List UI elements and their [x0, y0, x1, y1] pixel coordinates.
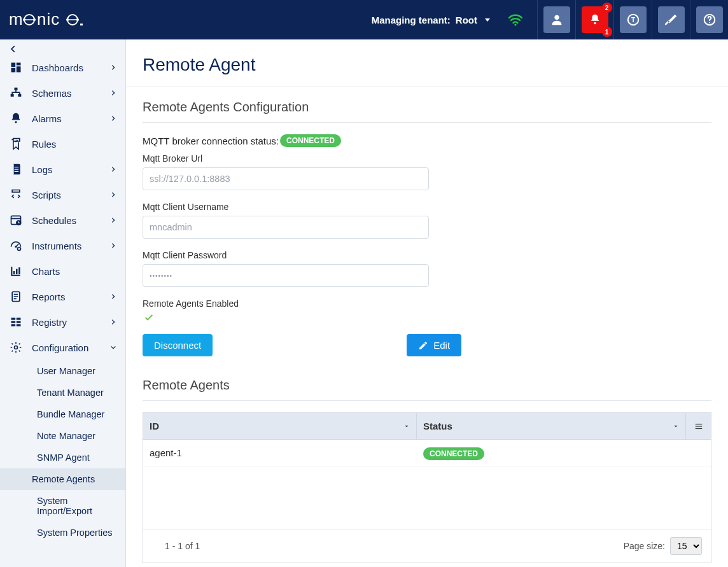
logo: m nic: [9, 9, 117, 31]
svg-point-25: [15, 121, 17, 123]
config-section-title: Remote Agents Configuration: [143, 100, 711, 115]
svg-rect-19: [17, 63, 21, 66]
user-icon: [543, 6, 570, 33]
column-header-id[interactable]: ID: [143, 413, 417, 439]
mqtt-status-label: MQTT broker connection status:: [143, 136, 279, 146]
svg-rect-21: [17, 66, 21, 72]
sidebar-item-logs[interactable]: Logs: [0, 157, 125, 182]
topbar: m nic Managing tenant: Root: [0, 0, 728, 39]
target-icon: T: [620, 6, 647, 33]
svg-rect-40: [17, 324, 21, 326]
sidebar-subitem-bundle-manager[interactable]: Bundle Manager: [32, 403, 125, 425]
dashboard-icon: [9, 61, 23, 74]
collapse-sidebar-button[interactable]: [0, 39, 125, 55]
sidebar-item-label: Scripts: [32, 190, 61, 200]
svg-point-11: [514, 24, 516, 25]
svg-point-12: [554, 15, 559, 20]
agents-section-title: Remote Agents: [143, 378, 711, 393]
status-badge: CONNECTED: [423, 447, 484, 460]
sidebar: Dashboards Schemas Alarms Rules Logs Scr…: [0, 39, 126, 567]
chevron-right-icon: [110, 242, 116, 249]
svg-text:m: m: [9, 10, 24, 29]
svg-rect-39: [11, 324, 16, 326]
notif-badge-bottom: 1: [602, 27, 612, 37]
svg-text:nic: nic: [37, 10, 60, 29]
password-input[interactable]: ••••••••: [143, 264, 429, 287]
page-size-label: Page size:: [624, 541, 665, 551]
broker-url-input[interactable]: ssl://127.0.0.1:8883: [143, 167, 429, 190]
chevron-right-icon: [110, 192, 116, 198]
sidebar-item-instruments[interactable]: Instruments: [0, 233, 125, 258]
sidebar-item-alarms[interactable]: Alarms: [0, 106, 125, 131]
svg-point-13: [594, 22, 596, 25]
svg-rect-31: [13, 271, 15, 274]
sidebar-item-label: Instruments: [32, 241, 81, 251]
svg-rect-44: [695, 428, 702, 428]
calendar-icon: [9, 214, 23, 227]
chevron-down-icon: [110, 344, 116, 351]
sidebar-item-label: Dashboards: [32, 62, 83, 73]
sidebar-item-reports[interactable]: Reports: [0, 284, 125, 309]
help-button[interactable]: [690, 0, 728, 39]
svg-rect-43: [695, 426, 702, 426]
edit-button[interactable]: Edit: [407, 334, 461, 356]
password-label: Mqtt Client Password: [143, 250, 711, 260]
svg-rect-22: [15, 88, 18, 90]
chevron-right-icon: [110, 90, 116, 96]
target-button[interactable]: T: [613, 0, 652, 39]
sidebar-item-label: Alarms: [32, 113, 62, 124]
notifications-button[interactable]: 2 1: [575, 0, 613, 39]
svg-rect-35: [11, 318, 16, 319]
sidebar-subitem-user-manager[interactable]: User Manager: [32, 360, 125, 382]
sidebar-subitem-note-manager[interactable]: Note Manager: [32, 425, 125, 447]
sidebar-item-label: Registry: [32, 317, 67, 328]
sidebar-item-configuration[interactable]: Configuration: [0, 335, 125, 360]
tenant-value: Root: [456, 15, 477, 25]
disconnect-button[interactable]: Disconnect: [143, 334, 213, 356]
page-size-select[interactable]: 15: [670, 537, 702, 555]
sidebar-subitem-remote-agents[interactable]: Remote Agents: [0, 468, 125, 490]
logs-icon: [9, 163, 23, 176]
sidebar-subitem-system-properties[interactable]: System Properties: [32, 522, 125, 543]
sidebar-item-registry[interactable]: Registry: [0, 309, 125, 335]
scripts-icon: [9, 188, 23, 201]
column-options-button[interactable]: [685, 413, 711, 439]
chevron-right-icon: [110, 319, 116, 325]
tenant-selector[interactable]: Managing tenant: Root: [372, 15, 490, 25]
sidebar-item-rules[interactable]: Rules: [0, 131, 125, 157]
chevron-right-icon: [110, 115, 116, 122]
username-input[interactable]: mncadmin: [143, 216, 429, 239]
bell-icon: [9, 112, 23, 125]
mqtt-status-badge: CONNECTED: [280, 134, 341, 147]
tools-button[interactable]: [652, 0, 690, 39]
header-toolbar: 2 1 T: [537, 0, 728, 39]
menu-icon: [694, 422, 704, 431]
broker-url-label: Mqtt Broker Url: [143, 153, 711, 164]
table-row[interactable]: agent-1 CONNECTED: [143, 440, 711, 466]
rules-icon: [9, 137, 23, 150]
agents-table: ID Status agent-1 CONNECTED: [143, 412, 711, 563]
sidebar-item-schemas[interactable]: Schemas: [0, 80, 125, 106]
tenant-label: Managing tenant:: [372, 15, 451, 25]
reports-icon: [9, 290, 23, 303]
sidebar-item-label: Reports: [32, 291, 66, 302]
main-content: Remote Agent Remote Agents Configuration…: [126, 39, 728, 567]
user-button[interactable]: [537, 0, 575, 39]
sidebar-item-dashboards[interactable]: Dashboards: [0, 55, 125, 80]
sidebar-subitem-tenant-manager[interactable]: Tenant Manager: [32, 382, 125, 403]
username-label: Mqtt Client Username: [143, 202, 711, 212]
column-header-status[interactable]: Status: [417, 413, 685, 439]
sidebar-item-label: Schedules: [32, 215, 76, 226]
sidebar-item-label: Charts: [32, 266, 60, 277]
gear-icon: [9, 341, 23, 354]
sidebar-subitem-snmp-agent[interactable]: SNMP Agent: [32, 447, 125, 468]
svg-rect-26: [13, 164, 14, 175]
svg-rect-36: [17, 318, 21, 319]
sidebar-item-schedules[interactable]: Schedules: [0, 207, 125, 233]
sidebar-subitem-system-import-export[interactable]: System Import/Export: [32, 490, 125, 522]
notif-badge-top: 2: [602, 3, 612, 13]
svg-rect-42: [695, 423, 702, 424]
chart-icon: [9, 265, 23, 277]
sidebar-item-charts[interactable]: Charts: [0, 258, 125, 284]
sidebar-item-scripts[interactable]: Scripts: [0, 182, 125, 207]
